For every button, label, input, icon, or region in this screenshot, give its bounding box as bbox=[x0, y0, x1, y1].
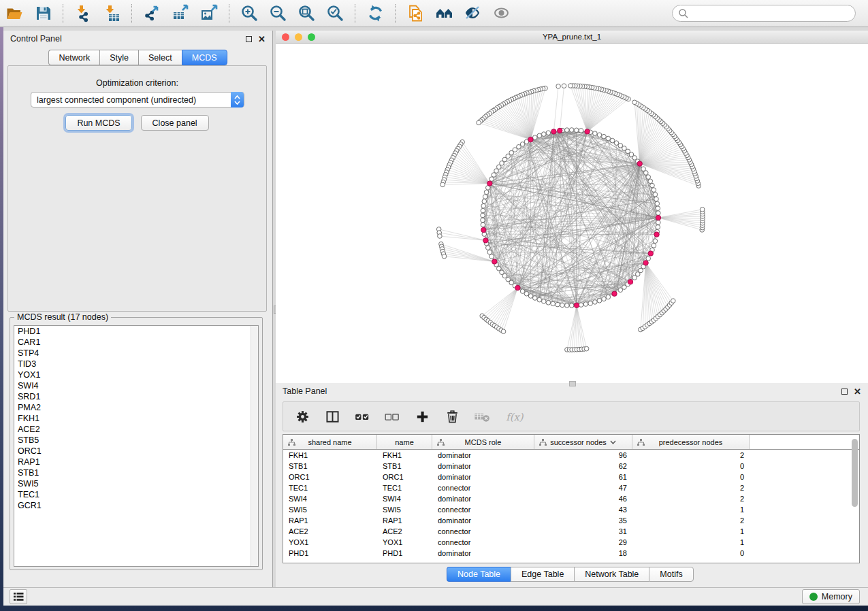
network-canvas[interactable] bbox=[276, 44, 868, 383]
result-node[interactable]: STB5 bbox=[14, 435, 258, 446]
zoom-fit-icon[interactable] bbox=[295, 3, 318, 24]
table-scrollbar[interactable] bbox=[852, 439, 858, 507]
maximize-window-icon[interactable] bbox=[308, 33, 315, 41]
result-node[interactable]: ORC1 bbox=[14, 446, 258, 457]
result-node[interactable]: STB1 bbox=[14, 467, 258, 478]
criterion-dropdown[interactable]: largest connected component (undirected) bbox=[31, 92, 244, 108]
cell-shared-name: SWI4 bbox=[283, 495, 377, 503]
table-body: FKH1FKH1dominator962STB1STB1dominator620… bbox=[283, 450, 859, 559]
result-node[interactable]: FKH1 bbox=[14, 413, 258, 424]
cell-predecessor-nodes: 1 bbox=[632, 506, 750, 514]
tab-network[interactable]: Network bbox=[48, 50, 99, 65]
close-panel-icon[interactable]: ✕ bbox=[258, 36, 266, 42]
open-session-icon[interactable] bbox=[3, 3, 26, 24]
cell-successor-nodes: 18 bbox=[534, 549, 632, 557]
mcds-result-title: MCDS result (17 nodes) bbox=[14, 312, 111, 322]
result-node[interactable]: SWI4 bbox=[14, 380, 258, 391]
cell-name: SWI5 bbox=[377, 506, 432, 514]
settings-icon[interactable] bbox=[294, 410, 310, 424]
cell-successor-nodes: 29 bbox=[534, 538, 632, 546]
tab-network-table[interactable]: Network Table bbox=[574, 567, 649, 582]
result-node[interactable]: RAP1 bbox=[14, 457, 258, 467]
float-panel-icon[interactable] bbox=[246, 36, 252, 42]
table-row[interactable]: YOX1YOX1connector291 bbox=[283, 537, 859, 548]
refresh-layout-icon[interactable] bbox=[364, 3, 387, 24]
function-builder-icon[interactable]: f(x) bbox=[504, 409, 526, 424]
memory-button[interactable]: Memory bbox=[802, 589, 860, 604]
tab-motifs[interactable]: Motifs bbox=[649, 567, 693, 582]
save-session-icon[interactable] bbox=[31, 3, 54, 24]
result-node[interactable]: TEC1 bbox=[14, 489, 258, 500]
table-row[interactable]: PHD1PHD1dominator180 bbox=[283, 548, 859, 559]
search-icon bbox=[678, 8, 689, 19]
table-row[interactable]: SWI4SWI4dominator462 bbox=[283, 493, 859, 504]
memory-status-icon bbox=[809, 593, 818, 601]
deselect-all-icon[interactable] bbox=[384, 410, 400, 423]
column-header-successor-nodes[interactable]: successor nodes bbox=[534, 435, 632, 449]
close-window-icon[interactable] bbox=[282, 33, 289, 41]
zoom-out-icon[interactable] bbox=[266, 3, 289, 24]
tab-select[interactable]: Select bbox=[138, 50, 182, 65]
result-node[interactable]: CAR1 bbox=[14, 337, 258, 348]
export-image-icon[interactable] bbox=[197, 3, 221, 24]
column-header-predecessor-nodes[interactable]: predecessor nodes bbox=[632, 435, 750, 449]
delete-column-icon[interactable] bbox=[444, 410, 460, 424]
result-node[interactable]: ACE2 bbox=[14, 424, 258, 435]
table-row[interactable]: RAP1RAP1dominator352 bbox=[283, 515, 859, 526]
import-network-icon[interactable] bbox=[71, 3, 95, 24]
split-columns-icon[interactable] bbox=[324, 410, 340, 424]
zoom-in-icon[interactable] bbox=[238, 3, 261, 24]
search-network-icon[interactable] bbox=[432, 3, 455, 24]
table-row[interactable]: FKH1FKH1dominator962 bbox=[283, 450, 859, 461]
delete-table-icon[interactable] bbox=[474, 410, 491, 423]
export-table-icon[interactable] bbox=[169, 3, 192, 24]
result-node[interactable]: TID3 bbox=[14, 359, 258, 369]
close-panel-button[interactable]: Close panel bbox=[141, 115, 209, 131]
cell-MCDS-role: connector bbox=[432, 527, 534, 535]
horizontal-splitter-handle[interactable] bbox=[569, 381, 576, 386]
cell-name: PHD1 bbox=[377, 549, 432, 557]
float-table-panel-icon[interactable] bbox=[841, 389, 848, 395]
result-scrollbar[interactable] bbox=[251, 326, 258, 566]
zoom-selected-icon[interactable] bbox=[323, 3, 347, 24]
table-row[interactable]: ORC1ORC1dominator610 bbox=[283, 472, 859, 482]
node-table: shared namenameMCDS rolesuccessor nodesp… bbox=[283, 434, 860, 563]
column-header-MCDS-role[interactable]: MCDS role bbox=[432, 435, 534, 449]
result-node[interactable]: SRD1 bbox=[14, 391, 258, 402]
mcds-result-list[interactable]: PHD1CAR1STP4TID3YOX1SWI4SRD1PMA2FKH1ACE2… bbox=[14, 325, 259, 567]
close-table-panel-icon[interactable]: ✕ bbox=[854, 389, 861, 395]
column-header-shared-name[interactable]: shared name bbox=[283, 435, 377, 449]
result-node[interactable]: STP4 bbox=[14, 348, 258, 359]
table-row[interactable]: TEC1TEC1connector472 bbox=[283, 482, 859, 493]
import-table-icon[interactable] bbox=[100, 3, 123, 24]
tab-mcds[interactable]: MCDS bbox=[182, 50, 227, 65]
run-mcds-button[interactable]: Run MCDS bbox=[65, 115, 131, 131]
result-node[interactable]: PMA2 bbox=[14, 402, 258, 413]
add-column-icon[interactable] bbox=[414, 410, 430, 424]
result-node[interactable]: PHD1 bbox=[14, 326, 258, 337]
column-header-name[interactable]: name bbox=[377, 435, 432, 449]
clone-network-icon[interactable] bbox=[404, 3, 427, 24]
result-node[interactable]: GCR1 bbox=[14, 500, 258, 511]
network-graph bbox=[276, 44, 868, 383]
table-toolbar: f(x) bbox=[283, 401, 860, 431]
vizmapper-icon[interactable] bbox=[461, 3, 484, 24]
cell-name: TEC1 bbox=[377, 484, 432, 492]
task-history-button[interactable] bbox=[10, 589, 27, 604]
select-all-icon[interactable] bbox=[354, 410, 370, 423]
result-node[interactable]: SWI5 bbox=[14, 478, 258, 489]
right-column: YPA_prune.txt_1 Table Panel ✕ f(x) s bbox=[276, 31, 868, 587]
search-input[interactable] bbox=[672, 5, 856, 22]
tab-style[interactable]: Style bbox=[99, 50, 138, 65]
tab-node-table[interactable]: Node Table bbox=[447, 567, 511, 582]
table-row[interactable]: SWI5SWI5connector431 bbox=[283, 504, 859, 515]
table-row[interactable]: ACE2ACE2connector311 bbox=[283, 526, 859, 537]
table-row[interactable]: STB1STB1dominator620 bbox=[283, 461, 859, 472]
result-node[interactable]: YOX1 bbox=[14, 369, 258, 380]
show-graphics-icon[interactable] bbox=[489, 3, 513, 24]
cell-successor-nodes: 62 bbox=[534, 462, 632, 470]
export-network-icon[interactable] bbox=[140, 3, 163, 24]
cell-shared-name: RAP1 bbox=[283, 516, 377, 525]
minimize-window-icon[interactable] bbox=[295, 33, 302, 41]
tab-edge-table[interactable]: Edge Table bbox=[511, 567, 574, 582]
